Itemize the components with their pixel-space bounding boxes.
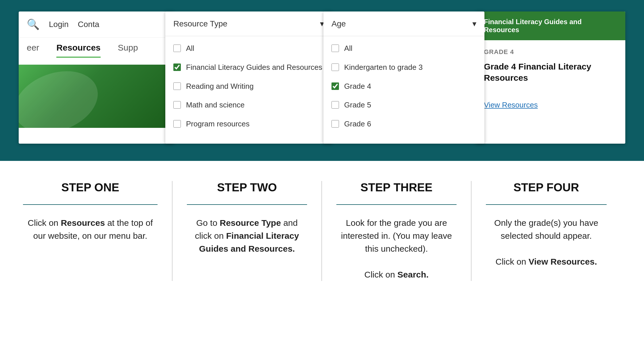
age-dropdown-header[interactable]: Age ▾ [323,11,484,36]
age-chevron-icon: ▾ [472,19,476,28]
resource-checkbox-reading[interactable]: Reading and Writing [165,77,332,96]
age-checkbox-all[interactable]: All [323,39,484,58]
result-card-header-text: Financial Literacy Guides and Resources [484,18,582,34]
age-checkbox-grade6-input[interactable] [331,120,339,128]
age-checkbox-k3[interactable]: Kindergarten to grade 3 [323,58,484,77]
resource-checkbox-financial[interactable]: Financial Literacy Guides and Resources [165,58,332,77]
resource-checkbox-reading-input[interactable] [173,82,181,90]
resource-type-panel: Resource Type ▾ All Financial Literacy G… [165,11,332,144]
step-four-text: Only the grade(s) you have selected shou… [486,216,607,268]
step-three-heading: STEP THREE [336,181,457,194]
resource-checkbox-math[interactable]: Math and science [165,96,332,115]
age-checkbox-grade6[interactable]: Grade 6 [323,115,484,134]
resource-checkbox-all[interactable]: All [165,39,332,58]
tab-support-partial[interactable]: Supp [118,43,138,58]
steps-grid: STEP ONE Click on Resources at the top o… [23,181,621,281]
nav-top: 🔍 Login Conta [19,11,174,38]
age-checkbox-grade4[interactable]: Grade 4 [323,77,484,96]
step-two-column: STEP TWO Go to Resource Type and click o… [172,181,322,281]
step-four-heading: STEP FOUR [486,181,607,194]
login-link[interactable]: Login [49,20,69,29]
tab-partial[interactable]: eer [27,43,39,58]
resource-checkbox-math-input[interactable] [173,101,181,109]
step-two-heading: STEP TWO [187,181,307,194]
age-checkbox-grade5-input[interactable] [331,101,339,109]
top-section: 🔍 Login Conta eer Resources Supp Resourc… [0,0,644,161]
nav-tabs: eer Resources Supp [19,38,174,58]
search-icon[interactable]: 🔍 [27,18,40,30]
step-three-column: STEP THREE Look for the grade you are in… [322,181,471,281]
step-one-divider [23,204,158,205]
resource-checkbox-financial-label: Financial Literacy Guides and Resources [186,63,322,72]
steps-section: STEP ONE Click on Resources at the top o… [0,161,644,304]
view-resources-link[interactable]: View Resources [484,101,538,109]
result-card-body: GRADE 4 Grade 4 Financial Literacy Resou… [476,40,625,118]
resource-type-label: Resource Type [173,19,227,28]
age-checkbox-grade5-label: Grade 5 [344,100,371,110]
age-checkbox-grade6-label: Grade 6 [344,119,371,129]
resource-checkbox-program-label: Program resources [186,119,250,129]
age-label: Age [331,19,346,28]
step-two-text: Go to Resource Type and click on Financi… [187,216,307,255]
step-one-heading: STEP ONE [23,181,158,194]
age-checkbox-list: All Kindergarten to grade 3 Grade 4 Grad… [323,36,484,136]
resource-type-dropdown-header[interactable]: Resource Type ▾ [165,11,332,36]
result-card-title: Grade 4 Financial Literacy Resources [484,61,617,83]
age-checkbox-all-input[interactable] [331,45,339,52]
contact-link-partial: Conta [78,20,99,29]
resource-checkbox-all-input[interactable] [173,45,181,52]
resource-checkbox-financial-input[interactable] [173,63,181,71]
resource-checkbox-reading-label: Reading and Writing [186,82,254,91]
step-four-divider [486,204,607,205]
age-checkbox-all-label: All [344,44,352,53]
step-four-column: STEP FOUR Only the grade(s) you have sel… [471,181,621,281]
result-grade-label: GRADE 4 [484,48,617,56]
resource-checkbox-math-label: Math and science [186,100,245,110]
nav-panel: 🔍 Login Conta eer Resources Supp [19,11,174,144]
step-three-divider [336,204,457,205]
age-checkbox-k3-label: Kindergarten to grade 3 [344,63,423,72]
age-panel: Age ▾ All Kindergarten to grade 3 Grade … [323,11,484,144]
tab-resources[interactable]: Resources [56,43,100,58]
result-card-header: Financial Literacy Guides and Resources [476,11,625,40]
age-checkbox-grade4-label: Grade 4 [344,82,371,91]
resource-checkbox-all-label: All [186,44,194,53]
step-two-divider [187,204,307,205]
resource-checkbox-program[interactable]: Program resources [165,115,332,134]
age-checkbox-grade5[interactable]: Grade 5 [323,96,484,115]
step-one-text: Click on Resources at the top of our web… [23,216,158,242]
step-three-text: Look for the grade you are interested in… [336,216,457,281]
resource-checkbox-program-input[interactable] [173,120,181,128]
age-checkbox-grade4-input[interactable] [331,82,339,90]
result-card-panel: Financial Literacy Guides and Resources … [476,11,625,144]
green-banner [19,65,174,128]
age-checkbox-k3-input[interactable] [331,63,339,71]
step-one-column: STEP ONE Click on Resources at the top o… [23,181,172,281]
resource-type-checkbox-list: All Financial Literacy Guides and Resour… [165,36,332,136]
